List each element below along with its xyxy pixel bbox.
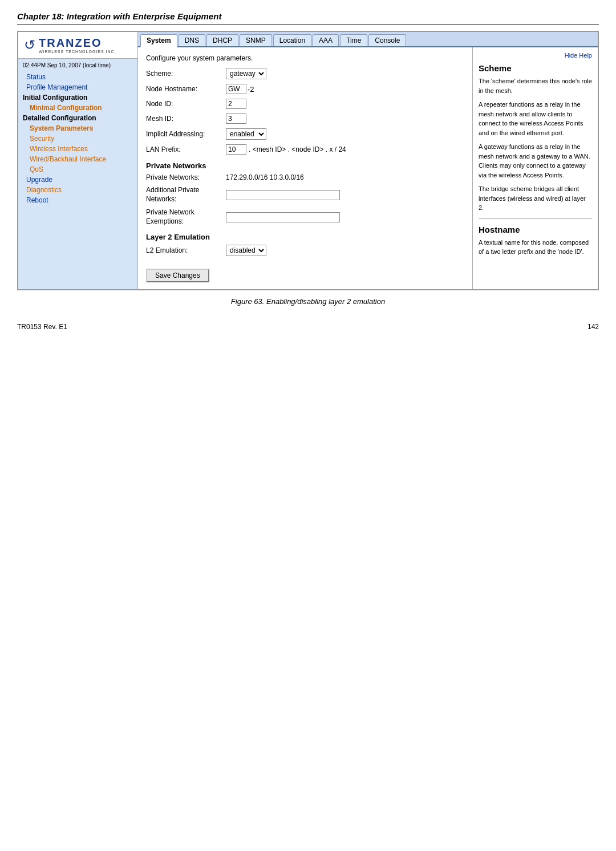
help-scheme-title: Scheme [479, 63, 592, 73]
layer2-heading: Layer 2 Emulation [146, 233, 464, 241]
node-hostname-suffix: -2 [248, 85, 254, 94]
sidebar-item-qos[interactable]: QoS [18, 164, 137, 175]
sidebar: ↺ TRANZEO WIRELESS TECHNOLOGIES INC. 02:… [18, 32, 138, 289]
tab-time[interactable]: Time [340, 34, 367, 46]
sidebar-item-wireless-interfaces[interactable]: Wireless Interfaces [18, 144, 137, 154]
save-button[interactable]: Save Changes [146, 269, 209, 282]
tranzeo-logo-icon: ↺ [24, 37, 35, 53]
tab-dns[interactable]: DNS [179, 34, 205, 46]
sidebar-item-security[interactable]: Security [18, 133, 137, 144]
help-panel: Hide Help Scheme The 'scheme' determines… [472, 47, 598, 289]
l2-emulation-select[interactable]: disabled enabled [226, 245, 266, 256]
sidebar-item-upgrade[interactable]: Upgrade [18, 175, 137, 185]
footer: TR0153 Rev. E1 142 [17, 323, 599, 331]
lan-prefix-inputs: . <mesh ID> . <node ID> . x / 24 [226, 144, 346, 155]
additional-private-networks-row: Additional Private Networks: [146, 186, 464, 204]
timestamp: 02:44PM Sep 10, 2007 (local time) [18, 59, 137, 71]
l2-emulation-label: L2 Emulation: [146, 246, 226, 254]
mesh-id-row: Mesh ID: [146, 114, 464, 124]
sidebar-item-system-parameters[interactable]: System Parameters [18, 123, 137, 133]
tab-snmp[interactable]: SNMP [240, 34, 272, 46]
private-networks-value: 172.29.0.0/16 10.3.0.0/16 [226, 173, 304, 181]
node-hostname-inputs: -2 [226, 84, 254, 94]
tab-bar: System DNS DHCP SNMP Location AAA Time C… [138, 32, 598, 47]
help-scheme-text1: The 'scheme' determines this node's role… [479, 76, 592, 95]
help-scheme-text4: The bridge scheme bridges all client int… [479, 184, 592, 213]
nav-section: Status Profile Management Initial Config… [18, 71, 137, 206]
lan-prefix-label: LAN Prefix: [146, 145, 226, 153]
lan-prefix-input[interactable] [226, 144, 246, 155]
form-intro: Configure your system parameters. [146, 54, 464, 62]
implicit-addressing-row: Implicit Addressing: enabled disabled [146, 128, 464, 140]
footer-right: 142 [587, 323, 599, 331]
mesh-id-input[interactable] [226, 114, 246, 124]
private-network-exemptions-label: Private Network Exemptions: [146, 208, 226, 226]
node-id-row: Node ID: [146, 99, 464, 109]
sidebar-item-diagnostics[interactable]: Diagnostics [18, 185, 137, 195]
node-id-label: Node ID: [146, 100, 226, 108]
additional-private-networks-label: Additional Private Networks: [146, 186, 226, 204]
hide-help-link[interactable]: Hide Help [479, 52, 592, 59]
scheme-label: Scheme: [146, 70, 226, 78]
chapter-title: Chapter 18: Integration with Enterprise … [17, 11, 599, 25]
footer-left: TR0153 Rev. E1 [17, 323, 67, 331]
tab-system[interactable]: System [140, 34, 177, 47]
scheme-select[interactable]: gateway repeater bridge [226, 68, 266, 79]
help-hostname-title: Hostname [479, 225, 592, 234]
form-area: Configure your system parameters. Scheme… [138, 47, 472, 289]
node-hostname-label: Node Hostname: [146, 85, 226, 93]
logo-area: ↺ TRANZEO WIRELESS TECHNOLOGIES INC. [18, 32, 137, 59]
private-networks-label: Private Networks: [146, 173, 226, 181]
tab-console[interactable]: Console [368, 34, 406, 46]
private-networks-row: Private Networks: 172.29.0.0/16 10.3.0.0… [146, 173, 464, 181]
scheme-row: Scheme: gateway repeater bridge [146, 68, 464, 79]
private-network-exemptions-input[interactable] [226, 212, 340, 222]
sidebar-item-minimal-config[interactable]: Minimal Configuration [18, 103, 137, 113]
implicit-addressing-select[interactable]: enabled disabled [226, 128, 266, 140]
help-hostname-text: A textual name for this node, composed o… [479, 238, 592, 257]
tab-location[interactable]: Location [273, 34, 311, 46]
figure-caption: Figure 63. Enabling/disabling layer 2 em… [17, 297, 599, 306]
implicit-addressing-label: Implicit Addressing: [146, 130, 226, 138]
mesh-id-label: Mesh ID: [146, 115, 226, 123]
node-hostname-prefix-input[interactable] [226, 84, 246, 94]
lan-prefix-row: LAN Prefix: . <mesh ID> . <node ID> . x … [146, 144, 464, 155]
sidebar-section-initial-config: Initial Configuration [18, 92, 137, 103]
private-network-exemptions-row: Private Network Exemptions: [146, 208, 464, 226]
logo-sub: WIRELESS TECHNOLOGIES INC. [39, 50, 116, 54]
help-scheme-text3: A gateway functions as a relay in the me… [479, 142, 592, 180]
node-hostname-row: Node Hostname: -2 [146, 84, 464, 94]
tab-dhcp[interactable]: DHCP [206, 34, 238, 46]
help-divider [479, 218, 592, 219]
logo-brand: TRANZEO [39, 37, 116, 50]
main-content: System DNS DHCP SNMP Location AAA Time C… [138, 32, 598, 289]
private-networks-heading: Private Networks [146, 161, 464, 170]
sidebar-section-detailed-config: Detailed Configuration [18, 113, 137, 123]
lan-prefix-suffix: . <mesh ID> . <node ID> . x / 24 [249, 145, 346, 153]
node-id-input[interactable] [226, 99, 246, 109]
l2-emulation-row: L2 Emulation: disabled enabled [146, 245, 464, 256]
help-scheme-text2: A repeater functions as a relay in the m… [479, 100, 592, 137]
sidebar-item-wired-backhaul[interactable]: Wired/Backhaul Interface [18, 154, 137, 164]
sidebar-item-status[interactable]: Status [18, 72, 137, 82]
tab-aaa[interactable]: AAA [313, 34, 339, 46]
additional-private-networks-input[interactable] [226, 190, 340, 200]
sidebar-item-reboot[interactable]: Reboot [18, 195, 137, 205]
sidebar-item-profile-management[interactable]: Profile Management [18, 82, 137, 92]
